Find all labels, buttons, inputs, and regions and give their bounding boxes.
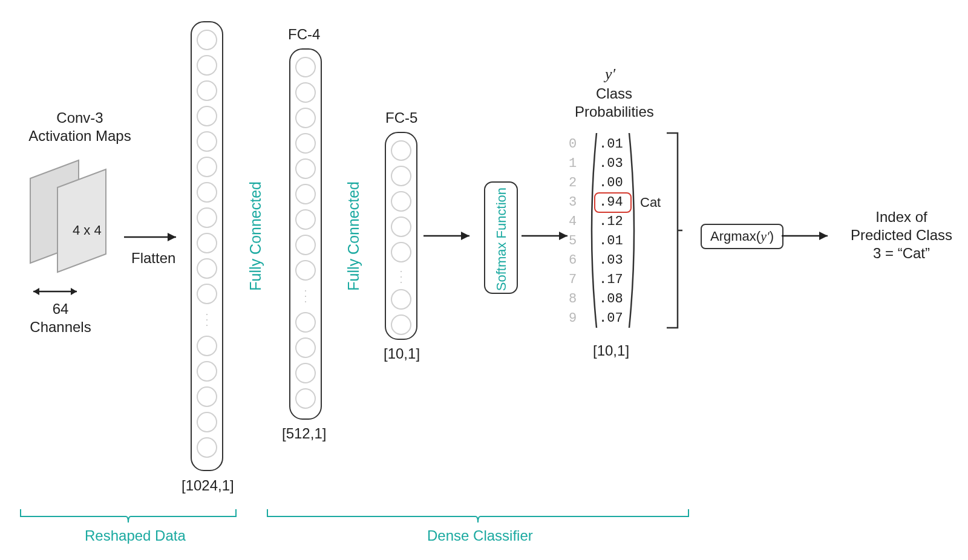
fc4-title: FC-4	[288, 25, 320, 44]
flatten-label: Flatten	[131, 249, 175, 267]
probs-shape: [10,1]	[593, 342, 629, 360]
channels-arrow	[27, 284, 83, 299]
conv3-dims: 4 x 4	[73, 223, 102, 238]
selection-bracket	[666, 132, 684, 329]
softmax-label: Softmax Function	[494, 187, 509, 291]
svg-marker-4	[71, 288, 77, 295]
argmax-label: Argmax(y′)	[710, 229, 774, 244]
idx-5: 5	[569, 233, 577, 249]
paren-left	[586, 131, 599, 330]
val-9: .07	[599, 311, 623, 326]
val-6: .03	[599, 253, 623, 268]
channels-label: 64 Channels	[24, 300, 97, 336]
idx-0: 0	[569, 137, 577, 152]
vector-512: ···	[289, 48, 322, 420]
val-2: .00	[599, 175, 623, 190]
idx-9: 9	[569, 311, 577, 326]
idx-8: 8	[569, 291, 577, 307]
probs-block: 0 1 2 3 4 5 6 7 8 9 .01 .03 .00 .94 .12 …	[569, 132, 666, 325]
fc-label-1: Fully Connected	[247, 181, 264, 291]
section-right-label: Dense Classifier	[427, 527, 533, 544]
conv3-title: Conv-3 Activation Maps	[19, 109, 140, 145]
fc5-shape: [10,1]	[384, 345, 420, 363]
svg-marker-12	[819, 232, 828, 240]
idx-6: 6	[569, 253, 577, 268]
arrow-softmax-probs	[522, 229, 576, 243]
idx-4: 4	[569, 214, 577, 229]
svg-marker-1	[57, 169, 106, 272]
idx-3: 3	[569, 195, 577, 210]
fc4-shape: [512,1]	[282, 425, 326, 443]
vector-10: ···	[385, 132, 417, 340]
diagram-stage: Conv-3 Activation Maps 4 x 4 64 Channels…	[0, 0, 968, 560]
class-prob-title: Class Probabilities	[575, 85, 653, 121]
prob-highlight	[594, 192, 632, 213]
svg-marker-6	[168, 233, 176, 241]
val-7: .17	[599, 272, 623, 287]
val-0: .01	[599, 137, 623, 152]
flatten-arrow	[124, 230, 185, 244]
highlight-class-label: Cat	[640, 195, 661, 210]
val-8: .08	[599, 291, 623, 307]
output-label: Index of Predicted Class 3 = “Cat”	[841, 208, 962, 262]
idx-1: 1	[569, 156, 577, 171]
val-4: .12	[599, 214, 623, 229]
idx-7: 7	[569, 272, 577, 287]
fc-label-2: Fully Connected	[345, 181, 362, 291]
argmax-box: Argmax(y′)	[701, 224, 783, 249]
vec1024-shape: [1024,1]	[182, 477, 234, 495]
paren-right	[627, 131, 640, 330]
svg-marker-10	[559, 232, 567, 240]
softmax-box: Softmax Function	[484, 181, 518, 294]
fc5-title: FC-5	[385, 109, 417, 127]
section-left-label: Reshaped Data	[85, 527, 186, 544]
svg-marker-3	[33, 288, 39, 295]
yprime-label: y′	[605, 65, 615, 83]
val-1: .03	[599, 156, 623, 171]
arrow-argmax-out	[782, 229, 836, 243]
idx-2: 2	[569, 175, 577, 190]
arrow-fc5-softmax	[424, 229, 478, 243]
val-5: .01	[599, 233, 623, 249]
vector-1024: ···	[191, 21, 223, 471]
svg-marker-8	[461, 232, 469, 240]
